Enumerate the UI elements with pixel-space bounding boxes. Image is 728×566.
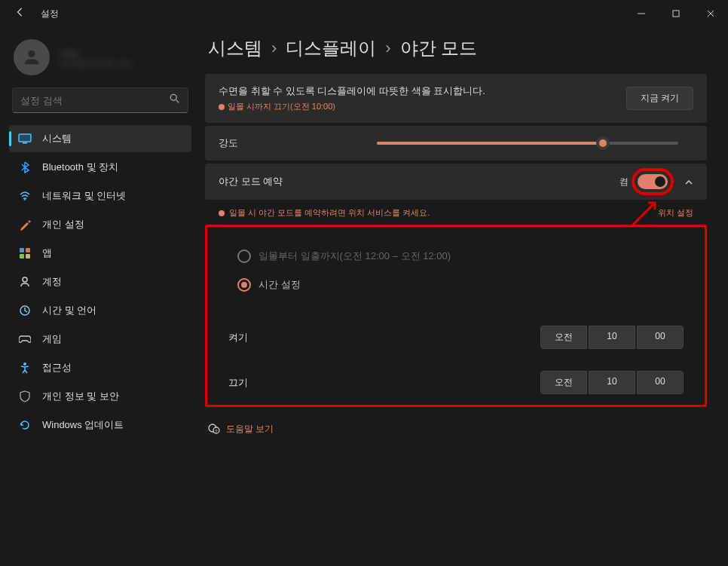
- on-hour-picker[interactable]: 10: [589, 326, 635, 349]
- network-icon: [18, 189, 32, 203]
- nav-label: 앱: [42, 246, 52, 260]
- strength-slider[interactable]: [377, 142, 678, 145]
- location-warning: 일몰 시 야간 모드를 예약하려면 위치 서비스를 켜세요.: [229, 207, 430, 219]
- nav-label: Bluetooth 및 장치: [42, 161, 118, 174]
- location-settings-link[interactable]: 위치 설정: [658, 207, 693, 219]
- breadcrumb-nightlight: 야간 모드: [400, 36, 478, 60]
- nav-label: 개인 정보 및 보안: [42, 390, 119, 403]
- search-input[interactable]: [20, 95, 170, 106]
- turn-off-label: 끄기: [228, 376, 248, 390]
- nav-label: 시간 및 언어: [42, 304, 96, 317]
- svg-point-1: [28, 50, 35, 57]
- accounts-icon: [18, 275, 32, 289]
- svg-rect-6: [20, 248, 24, 252]
- strength-label: 강도: [219, 136, 238, 150]
- on-minute-picker[interactable]: 00: [637, 326, 684, 349]
- sidebar-item-bluetooth[interactable]: Bluetooth 및 장치: [9, 154, 191, 181]
- nav-label: 네트워크 및 인터넷: [42, 189, 126, 203]
- help-icon: ?: [208, 422, 220, 436]
- close-button[interactable]: [693, 0, 728, 27]
- update-icon: [18, 418, 32, 432]
- search-box[interactable]: [12, 87, 188, 113]
- svg-rect-9: [26, 254, 30, 259]
- sidebar-item-network[interactable]: 네트워크 및 인터넷: [9, 182, 191, 210]
- sidebar-item-apps[interactable]: 앱: [9, 240, 191, 267]
- window-title: 설정: [41, 8, 59, 20]
- svg-point-2: [170, 94, 176, 100]
- breadcrumb-display[interactable]: 디스플레이: [286, 36, 376, 60]
- sidebar-item-personalization[interactable]: 개인 설정: [9, 211, 191, 238]
- time-icon: [18, 304, 32, 317]
- chevron-up-icon: [684, 175, 693, 188]
- user-name: User: [59, 47, 187, 59]
- sidebar-item-privacy[interactable]: 개인 정보 및 보안: [9, 383, 191, 410]
- breadcrumb: 시스템 › 디스플레이 › 야간 모드: [205, 36, 707, 60]
- nav-label: Windows 업데이트: [42, 418, 124, 432]
- sidebar-item-system[interactable]: 시스템: [9, 125, 191, 152]
- radio-sunset-sunrise[interactable]: 일몰부터 일출까지(오전 12:00 – 오전 12:00): [237, 242, 674, 271]
- privacy-icon: [18, 390, 32, 403]
- nav-label: 접근성: [42, 361, 72, 375]
- schedule-label: 야간 모드 예약: [219, 175, 283, 188]
- turn-on-label: 켜기: [228, 331, 248, 344]
- nav-label: 계정: [42, 275, 62, 289]
- radio-set-hours[interactable]: 시간 설정: [237, 271, 674, 299]
- on-ampm-picker[interactable]: 오전: [540, 326, 587, 349]
- accessibility-icon: [18, 361, 32, 375]
- search-icon: [170, 93, 180, 107]
- system-icon: [18, 132, 32, 145]
- radio-icon: [237, 249, 251, 263]
- breadcrumb-system[interactable]: 시스템: [208, 36, 262, 60]
- nightlight-description: 수면을 취할 수 있도록 디스플레이에 따뜻한 색을 표시합니다.: [219, 84, 485, 98]
- off-hour-picker[interactable]: 10: [589, 371, 635, 394]
- chevron-right-icon: ›: [385, 38, 390, 58]
- svg-point-10: [23, 277, 27, 282]
- status-dot-icon: [219, 104, 225, 110]
- schedule-section[interactable]: 야간 모드 예약 켬: [205, 164, 707, 200]
- off-minute-picker[interactable]: 00: [637, 371, 684, 394]
- svg-rect-3: [19, 134, 31, 142]
- sidebar-item-gaming[interactable]: 게임: [9, 326, 191, 353]
- avatar: [14, 39, 50, 75]
- help-link[interactable]: ? 도움말 보기: [205, 416, 707, 442]
- svg-point-5: [24, 199, 26, 200]
- chevron-right-icon: ›: [271, 38, 277, 58]
- nav-label: 게임: [42, 332, 62, 346]
- user-email: user@example.com: [59, 59, 187, 68]
- annotation-highlight: 일몰부터 일출까지(오전 12:00 – 오전 12:00) 시간 설정 켜기 …: [205, 225, 707, 407]
- sidebar-item-time[interactable]: 시간 및 언어: [9, 297, 191, 324]
- sidebar-item-accounts[interactable]: 계정: [9, 268, 191, 295]
- svg-rect-4: [23, 142, 27, 144]
- nav-label: 시스템: [42, 132, 72, 145]
- maximize-button[interactable]: [659, 0, 693, 27]
- schedule-toggle[interactable]: [638, 174, 668, 189]
- personalization-icon: [18, 218, 32, 231]
- toggle-state-label: 켬: [619, 176, 629, 188]
- user-profile[interactable]: User user@example.com: [5, 33, 196, 81]
- svg-rect-7: [26, 248, 30, 252]
- svg-point-12: [23, 363, 26, 366]
- sidebar-item-update[interactable]: Windows 업데이트: [9, 411, 191, 439]
- bluetooth-icon: [18, 161, 32, 174]
- nav-label: 개인 설정: [42, 218, 84, 231]
- slider-thumb[interactable]: [596, 136, 610, 150]
- off-ampm-picker[interactable]: 오전: [540, 371, 587, 394]
- apps-icon: [18, 246, 32, 260]
- svg-rect-0: [673, 11, 679, 17]
- sidebar-item-accessibility[interactable]: 접근성: [9, 354, 191, 381]
- minimize-button[interactable]: [624, 0, 659, 27]
- svg-rect-8: [20, 254, 24, 259]
- turn-on-now-button[interactable]: 지금 켜기: [626, 87, 693, 110]
- nightlight-status: 일몰 시까지 끄기(오전 10:00): [219, 101, 485, 112]
- gaming-icon: [18, 332, 32, 346]
- radio-icon: [237, 278, 251, 292]
- warning-dot-icon: [219, 210, 225, 216]
- back-button[interactable]: [12, 4, 29, 23]
